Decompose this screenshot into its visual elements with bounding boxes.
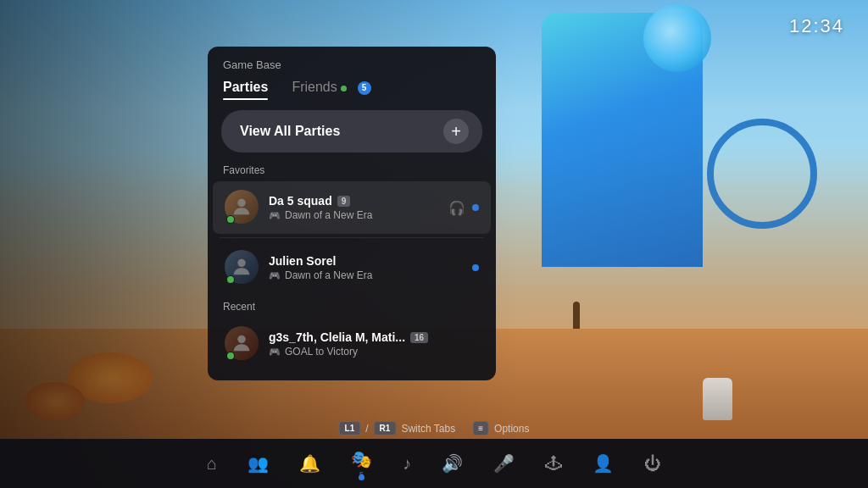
hint-options-badge: ≡ bbox=[472, 421, 489, 435]
notification-dot-da5squad bbox=[472, 204, 479, 211]
party-game-julien: Dawn of a New Era bbox=[285, 269, 372, 281]
status-g3s bbox=[226, 352, 235, 360]
view-all-label: View All Parties bbox=[240, 124, 340, 139]
status-da5squad bbox=[226, 215, 235, 224]
hint-switch-label: Switch Tabs bbox=[401, 423, 455, 435]
recent-label: Recent bbox=[208, 301, 496, 318]
party-actions-julien bbox=[472, 264, 479, 271]
status-julien bbox=[226, 275, 235, 284]
game-icon-g3s: 🎮 bbox=[269, 347, 281, 358]
bottom-nav-bar: ⌂ 👥 🔔 🎭 5 ♪ 🔊 🎤 🕹 👤 ⏻ bbox=[0, 439, 868, 488]
party-name-row-g3s: g3s_7th, Clelia M, Mati... 16 bbox=[269, 330, 479, 344]
svg-point-0 bbox=[237, 199, 245, 207]
power-icon: ⏻ bbox=[644, 454, 661, 474]
nav-avatar[interactable]: 👤 bbox=[593, 453, 614, 474]
party-info-da5squad: Da 5 squad 9 🎮 Dawn of a New Era bbox=[269, 194, 442, 221]
party-game-da5squad: Dawn of a New Era bbox=[285, 209, 372, 221]
party-item-da5squad[interactable]: Da 5 squad 9 🎮 Dawn of a New Era 🎧 bbox=[213, 181, 491, 234]
music-icon: ♪ bbox=[403, 454, 411, 474]
gamebase-badge bbox=[359, 474, 364, 480]
view-all-parties-button[interactable]: View All Parties + bbox=[221, 110, 482, 152]
party-game-row-julien: 🎮 Dawn of a New Era bbox=[269, 269, 465, 281]
nav-home[interactable]: ⌂ bbox=[207, 454, 217, 474]
party-name-julien: Julien Sorel bbox=[269, 254, 336, 268]
home-icon: ⌂ bbox=[207, 454, 217, 474]
nav-gamebase[interactable]: 🎭 5 bbox=[351, 449, 372, 479]
hint-l1r1-badge: L1 bbox=[339, 421, 361, 435]
clock: 12:34 bbox=[789, 15, 844, 37]
nav-friends[interactable]: 👥 bbox=[248, 453, 269, 474]
add-party-button[interactable]: + bbox=[443, 119, 469, 144]
hint-options: ≡ Options bbox=[472, 421, 529, 435]
divider-1 bbox=[220, 237, 484, 238]
party-game-g3s: GOAL to Victory bbox=[285, 346, 358, 358]
game-icon-da5squad: 🎮 bbox=[269, 210, 281, 221]
member-count-da5squad: 9 bbox=[337, 196, 351, 207]
game-base-panel: Game Base Parties Friends 5 View All Par… bbox=[208, 47, 496, 380]
party-game-row-da5squad: 🎮 Dawn of a New Era bbox=[269, 209, 442, 221]
notification-dot-julien bbox=[472, 264, 479, 271]
tabs-container: Parties Friends 5 bbox=[208, 76, 496, 107]
friends-online-indicator bbox=[341, 86, 347, 92]
volume-icon: 🔊 bbox=[442, 453, 463, 474]
hint-slash: / bbox=[365, 423, 368, 435]
favorites-label: Favorites bbox=[208, 164, 496, 181]
member-count-g3s: 16 bbox=[410, 332, 428, 343]
nav-notifications[interactable]: 🔔 bbox=[299, 453, 320, 474]
svg-point-1 bbox=[237, 259, 245, 267]
bell-icon: 🔔 bbox=[299, 453, 320, 474]
party-name-row-julien: Julien Sorel bbox=[269, 254, 465, 268]
nav-mic[interactable]: 🎤 bbox=[493, 453, 515, 474]
avatar-g3s bbox=[225, 326, 260, 362]
controller-icon: 🕹 bbox=[545, 454, 562, 474]
party-info-g3s: g3s_7th, Clelia M, Mati... 16 🎮 GOAL to … bbox=[269, 330, 479, 358]
party-name-g3s: g3s_7th, Clelia M, Mati... bbox=[269, 330, 405, 344]
panel-title: Game Base bbox=[208, 47, 496, 76]
nav-controller[interactable]: 🕹 bbox=[545, 454, 562, 474]
headphone-icon: 🎧 bbox=[448, 200, 465, 216]
game-icon-julien: 🎮 bbox=[269, 270, 281, 281]
party-name-row-da5squad: Da 5 squad 9 bbox=[269, 194, 442, 208]
gamebase-icon: 🎭 bbox=[351, 449, 372, 469]
friends-badge: 5 bbox=[358, 81, 371, 95]
nav-music[interactable]: ♪ bbox=[403, 454, 411, 474]
tab-parties[interactable]: Parties bbox=[223, 80, 268, 98]
nav-volume[interactable]: 🔊 bbox=[442, 453, 463, 474]
hint-switch-tabs: L1 / R1 Switch Tabs bbox=[339, 421, 456, 435]
tab-friends[interactable]: Friends 5 bbox=[292, 80, 370, 98]
friends-icon: 👥 bbox=[248, 453, 269, 474]
avatar-julien bbox=[225, 250, 260, 286]
party-item-g3s[interactable]: g3s_7th, Clelia M, Mati... 16 🎮 GOAL to … bbox=[213, 318, 491, 370]
hint-r1-badge: R1 bbox=[374, 421, 397, 435]
nav-power[interactable]: ⏻ bbox=[644, 454, 661, 474]
hint-options-label: Options bbox=[494, 423, 529, 435]
party-actions-da5squad: 🎧 bbox=[448, 200, 479, 216]
avatar-icon: 👤 bbox=[593, 453, 614, 474]
party-info-julien: Julien Sorel 🎮 Dawn of a New Era bbox=[269, 254, 465, 281]
party-game-row-g3s: 🎮 GOAL to Victory bbox=[269, 346, 479, 358]
mic-icon: 🎤 bbox=[493, 453, 515, 474]
hint-bar: L1 / R1 Switch Tabs ≡ Options bbox=[339, 421, 530, 435]
party-name-da5squad: Da 5 squad bbox=[269, 194, 332, 208]
party-item-julien[interactable]: Julien Sorel 🎮 Dawn of a New Era bbox=[213, 241, 491, 294]
avatar-da5squad bbox=[225, 190, 260, 225]
svg-point-2 bbox=[237, 336, 245, 343]
